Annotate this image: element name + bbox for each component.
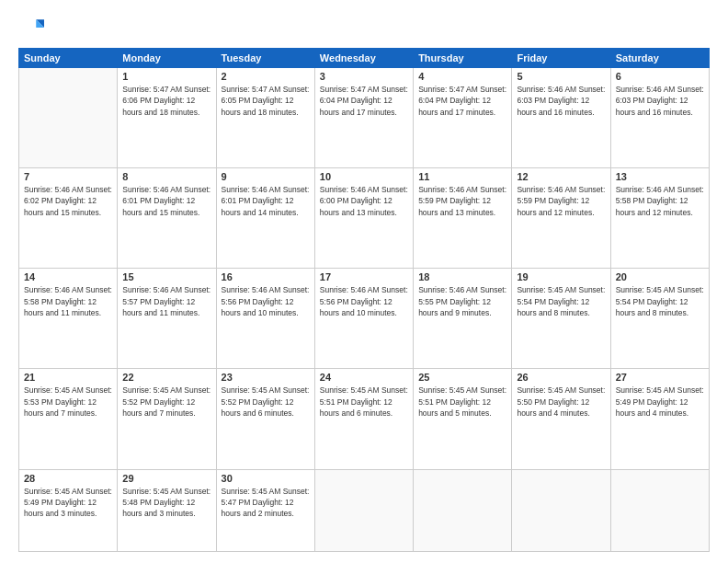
day-cell-3: 3Sunrise: 5:47 AM Sunset: 6:04 PM Daylig… <box>314 68 413 168</box>
day-cell-21: 21Sunrise: 5:45 AM Sunset: 5:53 PM Dayli… <box>19 369 118 469</box>
day-cell-13: 13Sunrise: 5:46 AM Sunset: 5:58 PM Dayli… <box>610 168 709 269</box>
day-cell-8: 8Sunrise: 5:46 AM Sunset: 6:01 PM Daylig… <box>118 168 216 269</box>
day-number: 29 <box>122 473 210 484</box>
day-cell-25: 25Sunrise: 5:45 AM Sunset: 5:51 PM Dayli… <box>414 369 512 469</box>
day-cell-9: 9Sunrise: 5:46 AM Sunset: 6:01 PM Daylig… <box>216 168 314 269</box>
day-cell-19: 19Sunrise: 5:45 AM Sunset: 5:54 PM Dayli… <box>512 269 610 369</box>
day-cell-4: 4Sunrise: 5:47 AM Sunset: 6:04 PM Daylig… <box>414 68 512 168</box>
day-cell-10: 10Sunrise: 5:46 AM Sunset: 6:00 PM Dayli… <box>314 168 413 269</box>
day-cell-7: 7Sunrise: 5:46 AM Sunset: 6:02 PM Daylig… <box>19 168 118 269</box>
day-info: Sunrise: 5:46 AM Sunset: 5:56 PM Dayligh… <box>320 284 408 318</box>
day-info: Sunrise: 5:46 AM Sunset: 6:01 PM Dayligh… <box>222 184 310 218</box>
day-cell-20: 20Sunrise: 5:45 AM Sunset: 5:54 PM Dayli… <box>610 269 709 369</box>
day-info: Sunrise: 5:47 AM Sunset: 6:05 PM Dayligh… <box>222 84 310 118</box>
day-number: 3 <box>320 71 408 82</box>
day-number: 23 <box>222 372 310 383</box>
day-number: 16 <box>222 271 310 282</box>
logo-icon <box>18 15 44 40</box>
day-number: 28 <box>24 473 112 484</box>
day-info: Sunrise: 5:45 AM Sunset: 5:52 PM Dayligh… <box>122 385 210 419</box>
day-number: 8 <box>122 171 210 182</box>
day-cell-27: 27Sunrise: 5:45 AM Sunset: 5:49 PM Dayli… <box>610 369 709 469</box>
empty-cell <box>414 469 512 551</box>
day-number: 24 <box>320 372 408 383</box>
day-number: 10 <box>320 171 408 182</box>
day-info: Sunrise: 5:46 AM Sunset: 5:59 PM Dayligh… <box>517 184 605 218</box>
day-info: Sunrise: 5:45 AM Sunset: 5:49 PM Dayligh… <box>616 385 704 419</box>
weekday-header-saturday: Saturday <box>610 49 709 68</box>
empty-cell <box>19 68 118 168</box>
day-cell-16: 16Sunrise: 5:46 AM Sunset: 5:56 PM Dayli… <box>216 269 314 369</box>
day-cell-12: 12Sunrise: 5:46 AM Sunset: 5:59 PM Dayli… <box>512 168 610 269</box>
calendar-table: SundayMondayTuesdayWednesdayThursdayFrid… <box>18 48 710 552</box>
day-number: 5 <box>517 71 605 82</box>
day-cell-22: 22Sunrise: 5:45 AM Sunset: 5:52 PM Dayli… <box>118 369 216 469</box>
day-cell-23: 23Sunrise: 5:45 AM Sunset: 5:52 PM Dayli… <box>216 369 314 469</box>
day-info: Sunrise: 5:46 AM Sunset: 6:03 PM Dayligh… <box>517 84 605 118</box>
day-cell-2: 2Sunrise: 5:47 AM Sunset: 6:05 PM Daylig… <box>216 68 314 168</box>
day-info: Sunrise: 5:46 AM Sunset: 5:56 PM Dayligh… <box>222 284 310 318</box>
empty-cell <box>314 469 413 551</box>
day-info: Sunrise: 5:45 AM Sunset: 5:51 PM Dayligh… <box>418 385 506 419</box>
day-info: Sunrise: 5:45 AM Sunset: 5:54 PM Dayligh… <box>616 284 704 318</box>
page: SundayMondayTuesdayWednesdayThursdayFrid… <box>0 0 728 563</box>
day-number: 13 <box>616 171 704 182</box>
day-number: 14 <box>24 271 112 282</box>
day-info: Sunrise: 5:46 AM Sunset: 5:57 PM Dayligh… <box>122 284 210 318</box>
day-number: 27 <box>616 372 704 383</box>
day-number: 26 <box>517 372 605 383</box>
day-number: 2 <box>222 71 310 82</box>
day-cell-18: 18Sunrise: 5:46 AM Sunset: 5:55 PM Dayli… <box>414 269 512 369</box>
day-cell-30: 30Sunrise: 5:45 AM Sunset: 5:47 PM Dayli… <box>216 469 314 551</box>
day-info: Sunrise: 5:46 AM Sunset: 5:58 PM Dayligh… <box>616 184 704 218</box>
day-cell-1: 1Sunrise: 5:47 AM Sunset: 6:06 PM Daylig… <box>118 68 216 168</box>
week-row-1: 1Sunrise: 5:47 AM Sunset: 6:06 PM Daylig… <box>19 68 710 168</box>
day-cell-15: 15Sunrise: 5:46 AM Sunset: 5:57 PM Dayli… <box>118 269 216 369</box>
day-number: 22 <box>122 372 210 383</box>
day-info: Sunrise: 5:46 AM Sunset: 5:55 PM Dayligh… <box>418 284 506 318</box>
day-info: Sunrise: 5:46 AM Sunset: 6:03 PM Dayligh… <box>616 84 704 118</box>
day-info: Sunrise: 5:47 AM Sunset: 6:04 PM Dayligh… <box>320 84 408 118</box>
day-info: Sunrise: 5:45 AM Sunset: 5:51 PM Dayligh… <box>320 385 408 419</box>
day-cell-24: 24Sunrise: 5:45 AM Sunset: 5:51 PM Dayli… <box>314 369 413 469</box>
weekday-header-thursday: Thursday <box>414 49 512 68</box>
day-cell-29: 29Sunrise: 5:45 AM Sunset: 5:48 PM Dayli… <box>118 469 216 551</box>
week-row-4: 21Sunrise: 5:45 AM Sunset: 5:53 PM Dayli… <box>19 369 710 469</box>
day-cell-6: 6Sunrise: 5:46 AM Sunset: 6:03 PM Daylig… <box>610 68 709 168</box>
weekday-header-wednesday: Wednesday <box>314 49 413 68</box>
day-number: 18 <box>418 271 506 282</box>
day-number: 12 <box>517 171 605 182</box>
day-cell-28: 28Sunrise: 5:45 AM Sunset: 5:49 PM Dayli… <box>19 469 118 551</box>
day-info: Sunrise: 5:45 AM Sunset: 5:54 PM Dayligh… <box>517 284 605 318</box>
day-info: Sunrise: 5:47 AM Sunset: 6:06 PM Dayligh… <box>122 84 210 118</box>
day-number: 9 <box>222 171 310 182</box>
weekday-header-sunday: Sunday <box>19 49 118 68</box>
day-info: Sunrise: 5:45 AM Sunset: 5:50 PM Dayligh… <box>517 385 605 419</box>
day-info: Sunrise: 5:45 AM Sunset: 5:49 PM Dayligh… <box>24 486 112 520</box>
weekday-header-tuesday: Tuesday <box>216 49 314 68</box>
day-number: 19 <box>517 271 605 282</box>
day-info: Sunrise: 5:45 AM Sunset: 5:53 PM Dayligh… <box>24 385 112 419</box>
day-info: Sunrise: 5:46 AM Sunset: 5:59 PM Dayligh… <box>418 184 506 218</box>
logo <box>18 15 48 40</box>
day-number: 25 <box>418 372 506 383</box>
weekday-header-row: SundayMondayTuesdayWednesdayThursdayFrid… <box>19 49 710 68</box>
day-info: Sunrise: 5:45 AM Sunset: 5:47 PM Dayligh… <box>222 486 310 520</box>
week-row-2: 7Sunrise: 5:46 AM Sunset: 6:02 PM Daylig… <box>19 168 710 269</box>
empty-cell <box>610 469 709 551</box>
day-number: 21 <box>24 372 112 383</box>
day-number: 15 <box>122 271 210 282</box>
weekday-header-friday: Friday <box>512 49 610 68</box>
day-info: Sunrise: 5:45 AM Sunset: 5:52 PM Dayligh… <box>222 385 310 419</box>
day-info: Sunrise: 5:46 AM Sunset: 6:02 PM Dayligh… <box>24 184 112 218</box>
day-cell-17: 17Sunrise: 5:46 AM Sunset: 5:56 PM Dayli… <box>314 269 413 369</box>
day-info: Sunrise: 5:47 AM Sunset: 6:04 PM Dayligh… <box>418 84 506 118</box>
day-number: 7 <box>24 171 112 182</box>
weekday-header-monday: Monday <box>118 49 216 68</box>
day-cell-14: 14Sunrise: 5:46 AM Sunset: 5:58 PM Dayli… <box>19 269 118 369</box>
day-info: Sunrise: 5:46 AM Sunset: 6:00 PM Dayligh… <box>320 184 408 218</box>
day-number: 6 <box>616 71 704 82</box>
day-number: 30 <box>222 473 310 484</box>
day-info: Sunrise: 5:45 AM Sunset: 5:48 PM Dayligh… <box>122 486 210 520</box>
day-info: Sunrise: 5:46 AM Sunset: 5:58 PM Dayligh… <box>24 284 112 318</box>
